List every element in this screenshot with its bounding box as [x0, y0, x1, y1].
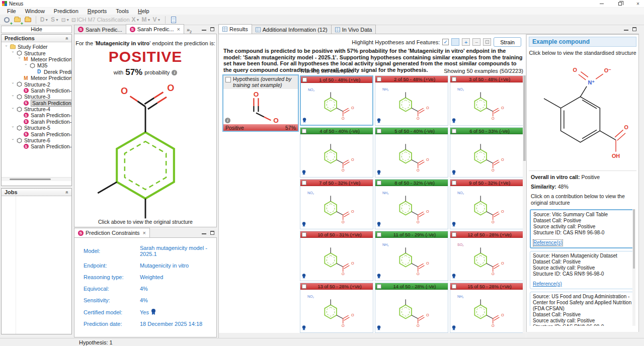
- report-button[interactable]: [169, 16, 178, 24]
- tree-item[interactable]: › M Meteor Prediction: [2, 56, 71, 62]
- collapse-jobs-icon[interactable]: »: [64, 191, 70, 194]
- meteor-button[interactable]: M▼: [142, 16, 151, 24]
- expander-icon[interactable]: ›: [11, 82, 15, 86]
- tree-item[interactable]: › Study Folder: [2, 44, 71, 50]
- tree-item[interactable]: › Structure-5: [2, 125, 71, 131]
- training-example-card[interactable]: 4 of 50 - 40% (-Ve) O O: [300, 127, 373, 178]
- minimize-pane-icon[interactable]: [202, 28, 206, 31]
- highlight-checkbox[interactable]: ✓: [442, 39, 449, 45]
- tab-overflow-icon[interactable]: »2: [187, 27, 192, 34]
- example-checkbox[interactable]: [377, 129, 381, 133]
- training-example-card[interactable]: 14 of 50 - 28% (-Ve) O O: [375, 283, 448, 333]
- example-structure[interactable]: N⁺ O O⁻ O OH: [535, 58, 630, 167]
- tab-sarah-prediction-4[interactable]: S Sarah Predic...: [74, 25, 126, 34]
- training-example-card[interactable]: 7 of 50 - 32% (+Ve) O O NO₂: [300, 179, 373, 229]
- info-icon[interactable]: i: [172, 70, 177, 75]
- tree-item[interactable]: › Structure-6: [2, 137, 71, 143]
- maximize-pane-icon[interactable]: [210, 27, 214, 31]
- info-icon[interactable]: i: [225, 118, 230, 123]
- tab-results[interactable]: Results: [218, 24, 252, 34]
- example-checkbox[interactable]: [377, 77, 381, 81]
- example-checkbox[interactable]: [302, 77, 307, 82]
- tab-sarah-prediction-5[interactable]: S Sarah Predic... ×: [126, 24, 184, 34]
- tree-item[interactable]: › Structure: [2, 50, 71, 56]
- tree-item[interactable]: › S Sarah Prediction-9: [2, 143, 71, 149]
- hide-button[interactable]: Hide: [1, 26, 72, 33]
- training-example-card[interactable]: 10 of 50 - 31% (+Ve) O O: [300, 231, 373, 281]
- tree-item[interactable]: › Structure-2: [2, 81, 71, 87]
- tree-item[interactable]: › Structure-3: [2, 94, 71, 100]
- source-card[interactable]: Source: Vitic Summary Call TableDataset …: [530, 209, 635, 248]
- minimize-pane-icon[interactable]: [624, 28, 628, 31]
- training-example-card[interactable]: 13 of 50 - 28% (+Ve) O O NO₂: [300, 283, 373, 333]
- close-window-icon[interactable]: ×: [635, 1, 641, 7]
- expander-icon[interactable]: ›: [24, 64, 28, 67]
- example-checkbox[interactable]: [377, 181, 381, 185]
- close-tab-icon[interactable]: ×: [177, 26, 180, 32]
- tab-additional-information-12-[interactable]: Additional Information (12): [252, 25, 332, 34]
- zeneth-button[interactable]: X▼: [131, 16, 140, 24]
- remove-highlight-button[interactable]: −: [472, 38, 480, 46]
- tab-in-vivo-data[interactable]: In Vivo Data: [331, 25, 376, 34]
- example-checkbox[interactable]: [302, 181, 306, 185]
- query-structure[interactable]: O O: [89, 78, 202, 219]
- example-checkbox[interactable]: [377, 232, 381, 237]
- maximize-pane-icon[interactable]: [210, 231, 214, 235]
- hypothesis-card[interactable]: Hypothesis (overruled by training set ex…: [222, 74, 299, 132]
- source-card[interactable]: Source: US Food and Drug Administration …: [530, 292, 635, 326]
- highlight-color-swatch[interactable]: [451, 38, 459, 46]
- training-example-card[interactable]: 6 of 50 - 33% (-Ve) O O: [450, 127, 523, 178]
- example-checkbox[interactable]: [302, 232, 306, 237]
- source-card[interactable]: Source: Hansen Mutagenicity DatasetDatas…: [530, 251, 635, 289]
- minimize-pane-icon[interactable]: [202, 232, 206, 234]
- training-example-card[interactable]: 3 of 50 - 48% (+Ve) O O NO₂: [450, 75, 523, 126]
- collapse-predictions-icon[interactable]: »: [64, 37, 70, 40]
- vitic-button[interactable]: V▼: [152, 16, 162, 24]
- training-example-card[interactable]: 12 of 50 - 28% (+Ve) O O SO₂: [450, 231, 523, 281]
- example-checkbox[interactable]: [452, 77, 456, 81]
- references-link[interactable]: Reference(s): [533, 240, 562, 246]
- expander-icon[interactable]: ›: [11, 51, 15, 55]
- menu-window[interactable]: Window: [21, 8, 49, 15]
- expander-icon[interactable]: ›: [11, 139, 15, 142]
- menu-tools[interactable]: Tools: [112, 8, 133, 15]
- sarah-prediction-button[interactable]: S▼: [50, 16, 59, 24]
- example-checkbox[interactable]: [302, 129, 306, 133]
- import-study-button[interactable]: [23, 16, 32, 24]
- tree-item[interactable]: › D Derek Prediction-: [2, 69, 71, 75]
- expander-icon[interactable]: ›: [17, 57, 22, 61]
- source-vscrollbar[interactable]: [632, 209, 635, 326]
- training-example-card[interactable]: 1 of 50 - 48% (+Ve) O O NO₂: [300, 75, 373, 126]
- menu-help[interactable]: Help: [134, 8, 153, 15]
- example-checkbox[interactable]: [452, 232, 456, 237]
- training-example-card[interactable]: 9 of 50 - 32% (+Ve) O O NO₂: [450, 179, 523, 229]
- tree-item[interactable]: › Structure-4: [2, 106, 71, 112]
- expander-icon[interactable]: ›: [11, 126, 15, 130]
- training-example-card[interactable]: 5 of 50 - 40% (-Ve) O O: [375, 127, 448, 178]
- menu-prediction[interactable]: Prediction: [50, 8, 83, 15]
- add-highlight-button[interactable]: +: [462, 38, 470, 46]
- training-example-card[interactable]: 15 of 50 - 28% (+Ve) O O NH₂: [450, 283, 523, 333]
- training-example-card[interactable]: 8 of 50 - 32% (-Ve) O O NH₂: [375, 179, 448, 229]
- example-checkbox[interactable]: [452, 129, 456, 133]
- tab-prediction-constraints[interactable]: S Prediction Constraints ×: [74, 228, 150, 237]
- expander-icon[interactable]: ›: [11, 108, 15, 111]
- close-tab-icon[interactable]: ×: [143, 230, 146, 236]
- ich-m7-classification-button[interactable]: ⊡ICH M7 Classification: [71, 16, 130, 24]
- results-vscrollbar[interactable]: [523, 75, 526, 346]
- derek-prediction-button[interactable]: D▼: [40, 16, 49, 24]
- restore-window-icon[interactable]: [617, 1, 623, 7]
- example-checkbox[interactable]: [302, 284, 306, 289]
- minimize-window-icon[interactable]: [599, 1, 605, 7]
- tree-item[interactable]: › S Sarah Prediction-4: [2, 88, 71, 94]
- training-example-card[interactable]: 11 of 50 - 29% (-Ve) O O NH₂: [375, 231, 448, 281]
- maximize-pane-icon[interactable]: [632, 27, 636, 31]
- expander-icon[interactable]: ›: [4, 45, 9, 49]
- hypothesis-checkbox[interactable]: [225, 77, 231, 82]
- fit-view-button[interactable]: [483, 38, 491, 46]
- menu-reports[interactable]: Reports: [84, 8, 111, 15]
- tree-item[interactable]: › S Sarah Prediction-7: [2, 119, 71, 125]
- menu-file[interactable]: File: [3, 8, 20, 15]
- references-link[interactable]: Reference(s): [533, 281, 562, 287]
- open-study-button[interactable]: +: [13, 16, 22, 24]
